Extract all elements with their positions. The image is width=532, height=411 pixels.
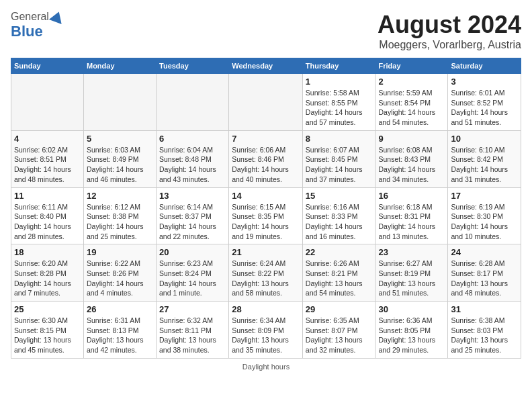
day-info: Sunrise: 6:26 AM Sunset: 8:21 PM Dayligh… [306,259,373,298]
calendar-day-cell: 27Sunrise: 6:32 AM Sunset: 8:11 PM Dayli… [157,302,229,359]
calendar-day-cell: 23Sunrise: 6:27 AM Sunset: 8:19 PM Dayli… [375,244,448,302]
day-number: 16 [378,191,445,201]
day-info: Sunrise: 6:15 AM Sunset: 8:35 PM Dayligh… [232,202,300,242]
day-number: 7 [232,134,300,144]
day-info: Sunrise: 6:01 AM Sunset: 8:52 PM Dayligh… [451,88,518,128]
day-info: Sunrise: 6:19 AM Sunset: 8:30 PM Dayligh… [451,202,518,242]
day-info: Sunrise: 6:16 AM Sunset: 8:33 PM Dayligh… [306,202,373,242]
calendar-day-header: Thursday [302,58,375,74]
day-info: Sunrise: 6:06 AM Sunset: 8:46 PM Dayligh… [232,145,300,185]
day-number: 8 [306,134,373,144]
calendar-day-cell: 22Sunrise: 6:26 AM Sunset: 8:21 PM Dayli… [302,244,375,302]
day-info: Sunrise: 6:28 AM Sunset: 8:17 PM Dayligh… [451,259,518,298]
calendar-day-cell: 20Sunrise: 6:23 AM Sunset: 8:24 PM Dayli… [157,244,229,302]
calendar-day-cell: 9Sunrise: 6:08 AM Sunset: 8:43 PM Daylig… [375,130,448,187]
day-number: 20 [159,247,226,257]
day-info: Sunrise: 6:02 AM Sunset: 8:51 PM Dayligh… [14,145,81,185]
day-number: 28 [232,304,300,314]
calendar-day-cell: 2Sunrise: 5:59 AM Sunset: 8:54 PM Daylig… [375,74,448,131]
calendar-day-cell: 13Sunrise: 6:14 AM Sunset: 8:37 PM Dayli… [157,187,229,244]
calendar-day-cell: 24Sunrise: 6:28 AM Sunset: 8:17 PM Dayli… [448,244,521,302]
day-info: Sunrise: 6:18 AM Sunset: 8:31 PM Dayligh… [378,202,445,242]
day-info: Sunrise: 6:34 AM Sunset: 8:09 PM Dayligh… [232,316,300,355]
day-number: 4 [14,134,81,144]
day-info: Sunrise: 6:10 AM Sunset: 8:42 PM Dayligh… [451,145,518,185]
calendar-day-cell: 15Sunrise: 6:16 AM Sunset: 8:33 PM Dayli… [302,187,375,244]
day-info: Sunrise: 6:31 AM Sunset: 8:13 PM Dayligh… [87,316,153,355]
day-number: 10 [451,134,518,144]
calendar-table: SundayMondayTuesdayWednesdayThursdayFrid… [11,58,521,359]
calendar-day-cell: 10Sunrise: 6:10 AM Sunset: 8:42 PM Dayli… [448,130,521,187]
calendar-day-cell: 8Sunrise: 6:07 AM Sunset: 8:45 PM Daylig… [302,130,375,187]
day-info: Sunrise: 6:04 AM Sunset: 8:48 PM Dayligh… [159,145,226,185]
logo-blue-text: Blue [11,23,43,40]
calendar-week-row: 4Sunrise: 6:02 AM Sunset: 8:51 PM Daylig… [11,130,521,187]
calendar-day-cell [11,74,84,131]
page-subtitle: Moeggers, Vorarlberg, Austria [378,39,521,51]
calendar-day-cell: 3Sunrise: 6:01 AM Sunset: 8:52 PM Daylig… [448,74,521,131]
day-number: 12 [87,191,153,201]
day-number: 25 [14,304,81,314]
day-number: 13 [159,191,226,201]
calendar-week-row: 11Sunrise: 6:11 AM Sunset: 8:40 PM Dayli… [11,187,521,244]
calendar-day-header: Wednesday [229,58,303,74]
day-number: 29 [306,304,373,314]
title-block: August 2024 Moeggers, Vorarlberg, Austri… [378,11,521,51]
calendar-day-header: Saturday [448,58,521,74]
day-number: 24 [451,247,518,257]
day-number: 22 [306,247,373,257]
calendar-day-cell [83,74,156,131]
day-number: 14 [232,191,300,201]
day-info: Sunrise: 6:07 AM Sunset: 8:45 PM Dayligh… [306,145,373,185]
calendar-day-cell: 14Sunrise: 6:15 AM Sunset: 8:35 PM Dayli… [229,187,303,244]
page-header: General Blue August 2024 Moeggers, Vorar… [11,11,521,51]
calendar-day-header: Tuesday [157,58,229,74]
calendar-day-cell: 16Sunrise: 6:18 AM Sunset: 8:31 PM Dayli… [375,187,448,244]
calendar-day-header: Friday [375,58,448,74]
day-info: Sunrise: 6:35 AM Sunset: 8:07 PM Dayligh… [306,316,373,355]
calendar-day-cell: 6Sunrise: 6:04 AM Sunset: 8:48 PM Daylig… [157,130,229,187]
day-info: Sunrise: 5:59 AM Sunset: 8:54 PM Dayligh… [378,88,445,128]
calendar-day-cell: 29Sunrise: 6:35 AM Sunset: 8:07 PM Dayli… [302,302,375,359]
calendar-week-row: 1Sunrise: 5:58 AM Sunset: 8:55 PM Daylig… [11,74,521,131]
day-info: Sunrise: 6:14 AM Sunset: 8:37 PM Dayligh… [159,202,226,242]
day-info: Sunrise: 6:22 AM Sunset: 8:26 PM Dayligh… [87,259,153,298]
calendar-day-cell: 21Sunrise: 6:24 AM Sunset: 8:22 PM Dayli… [229,244,303,302]
calendar-day-cell: 17Sunrise: 6:19 AM Sunset: 8:30 PM Dayli… [448,187,521,244]
calendar-day-header: Monday [83,58,156,74]
day-number: 23 [378,247,445,257]
calendar-day-cell: 30Sunrise: 6:36 AM Sunset: 8:05 PM Dayli… [375,302,448,359]
day-number: 2 [378,77,445,87]
calendar-day-cell [157,74,229,131]
day-number: 21 [232,247,300,257]
calendar-day-cell: 31Sunrise: 6:38 AM Sunset: 8:03 PM Dayli… [448,302,521,359]
day-info: Sunrise: 6:38 AM Sunset: 8:03 PM Dayligh… [451,316,518,355]
day-number: 3 [451,77,518,87]
day-info: Sunrise: 6:30 AM Sunset: 8:15 PM Dayligh… [14,316,81,355]
calendar-day-cell: 5Sunrise: 6:03 AM Sunset: 8:49 PM Daylig… [83,130,156,187]
day-number: 1 [306,77,373,87]
day-number: 9 [378,134,445,144]
calendar-day-cell: 7Sunrise: 6:06 AM Sunset: 8:46 PM Daylig… [229,130,303,187]
logo-triangle-icon [49,9,65,24]
day-number: 18 [14,247,81,257]
calendar-header-row: SundayMondayTuesdayWednesdayThursdayFrid… [11,58,521,74]
day-info: Sunrise: 6:24 AM Sunset: 8:22 PM Dayligh… [232,259,300,298]
calendar-day-cell: 12Sunrise: 6:12 AM Sunset: 8:38 PM Dayli… [83,187,156,244]
calendar-day-cell: 1Sunrise: 5:58 AM Sunset: 8:55 PM Daylig… [302,74,375,131]
day-number: 30 [378,304,445,314]
calendar-day-cell: 11Sunrise: 6:11 AM Sunset: 8:40 PM Dayli… [11,187,84,244]
day-number: 17 [451,191,518,201]
day-number: 19 [87,247,153,257]
calendar-week-row: 25Sunrise: 6:30 AM Sunset: 8:15 PM Dayli… [11,302,521,359]
day-number: 11 [14,191,81,201]
day-info: Sunrise: 6:20 AM Sunset: 8:28 PM Dayligh… [14,259,81,298]
calendar-day-cell: 4Sunrise: 6:02 AM Sunset: 8:51 PM Daylig… [11,130,84,187]
calendar-day-header: Sunday [11,58,84,74]
day-number: 15 [306,191,373,201]
day-number: 5 [87,134,153,144]
calendar-day-cell: 28Sunrise: 6:34 AM Sunset: 8:09 PM Dayli… [229,302,303,359]
day-info: Sunrise: 6:27 AM Sunset: 8:19 PM Dayligh… [378,259,445,298]
day-info: Sunrise: 5:58 AM Sunset: 8:55 PM Dayligh… [306,88,373,128]
calendar-day-cell: 25Sunrise: 6:30 AM Sunset: 8:15 PM Dayli… [11,302,84,359]
